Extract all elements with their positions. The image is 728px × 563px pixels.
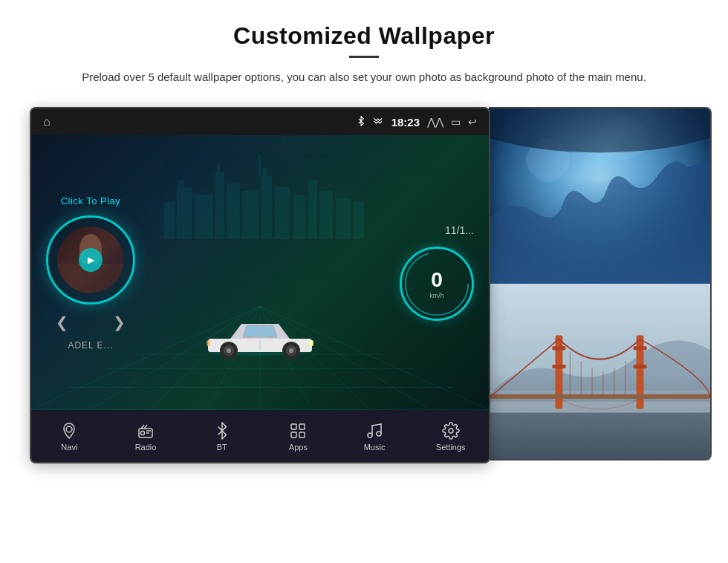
signal-icon xyxy=(374,116,384,128)
svg-rect-18 xyxy=(178,180,184,187)
svg-rect-70 xyxy=(634,346,647,350)
svg-point-46 xyxy=(406,253,469,316)
car-screen-wrapper: ⌂ 18:23 xyxy=(30,107,490,463)
svg-rect-57 xyxy=(299,432,305,437)
navi-label: Navi xyxy=(61,443,77,452)
window-icon: ▭ xyxy=(451,116,461,128)
title-section: Customized Wallpaper Preload over 5 defa… xyxy=(82,22,646,100)
apps-icon xyxy=(289,422,307,440)
svg-rect-71 xyxy=(634,365,647,368)
music-label: Music xyxy=(364,443,386,452)
svg-rect-55 xyxy=(299,424,305,429)
svg-rect-41 xyxy=(309,340,313,346)
svg-rect-29 xyxy=(319,191,333,239)
svg-rect-16 xyxy=(163,202,175,239)
page-title: Customized Wallpaper xyxy=(82,22,646,50)
next-button[interactable]: ❯ xyxy=(113,313,126,331)
music-player: Click To Play ▶ ❮ ❯ ADEL E... xyxy=(46,195,135,351)
status-bar: ⌂ 18:23 xyxy=(31,108,489,135)
click-to-play-label[interactable]: Click To Play xyxy=(61,195,121,206)
svg-point-47 xyxy=(66,426,72,432)
svg-rect-20 xyxy=(215,172,224,239)
svg-point-60 xyxy=(449,429,453,433)
bluetooth-icon xyxy=(356,116,366,128)
car-screen: ⌂ 18:23 xyxy=(31,108,489,462)
svg-point-37 xyxy=(227,348,231,353)
nav-item-settings[interactable]: Settings xyxy=(412,422,489,452)
svg-rect-24 xyxy=(261,176,272,239)
nav-item-apps[interactable]: Apps xyxy=(260,422,337,452)
title-divider xyxy=(349,56,379,58)
up-arrows-icon: ⋀⋀ xyxy=(427,116,443,128)
nav-bar: Navi Radio xyxy=(31,410,489,462)
car-image xyxy=(193,303,327,365)
home-icon[interactable]: ⌂ xyxy=(43,115,51,128)
svg-rect-28 xyxy=(308,180,317,239)
svg-rect-23 xyxy=(242,191,259,239)
artist-name: ADEL E... xyxy=(68,340,113,351)
svg-rect-42 xyxy=(207,340,210,346)
svg-rect-19 xyxy=(195,195,213,239)
play-button[interactable]: ▶ xyxy=(79,248,103,272)
nav-item-bt[interactable]: BT xyxy=(183,422,260,452)
right-info: 11/1... 0 km/h xyxy=(400,224,474,321)
svg-rect-54 xyxy=(291,424,296,429)
side-images xyxy=(489,107,712,461)
bluetooth-nav-icon xyxy=(213,422,231,440)
svg-rect-25 xyxy=(263,169,267,176)
svg-rect-45 xyxy=(267,336,273,337)
svg-rect-69 xyxy=(553,365,566,368)
svg-point-62 xyxy=(489,108,710,152)
status-time: 18:23 xyxy=(391,116,420,128)
skyline xyxy=(149,150,371,239)
screen-content: Click To Play ▶ ❮ ❯ ADEL E... xyxy=(31,135,489,410)
svg-point-40 xyxy=(289,348,293,353)
svg-rect-68 xyxy=(553,346,566,350)
radio-icon xyxy=(137,422,155,440)
prev-button[interactable]: ❮ xyxy=(56,313,68,331)
status-left: ⌂ xyxy=(43,115,51,128)
nav-arrows: ❮ ❯ xyxy=(56,313,126,331)
svg-rect-32 xyxy=(259,154,261,176)
golden-gate-image xyxy=(489,284,712,461)
radio-label: Radio xyxy=(135,443,157,452)
svg-point-59 xyxy=(377,432,381,436)
svg-rect-31 xyxy=(354,202,364,239)
back-icon: ↩ xyxy=(468,116,477,128)
nav-item-radio[interactable]: Radio xyxy=(108,422,184,452)
svg-rect-30 xyxy=(336,198,351,239)
svg-rect-72 xyxy=(489,394,709,399)
nav-item-navi[interactable]: Navi xyxy=(31,422,108,452)
svg-point-58 xyxy=(368,433,372,437)
content-row: ⌂ 18:23 xyxy=(30,107,698,463)
svg-rect-44 xyxy=(247,336,253,337)
golden-gate-bg xyxy=(489,284,710,459)
nav-item-music[interactable]: Music xyxy=(337,422,413,452)
svg-rect-22 xyxy=(227,183,240,239)
speed-ring: 0 km/h xyxy=(400,247,474,321)
location-icon xyxy=(60,422,78,440)
music-icon xyxy=(365,422,383,440)
settings-label: Settings xyxy=(436,443,466,452)
svg-rect-27 xyxy=(293,195,305,239)
page-container: Customized Wallpaper Preload over 5 defa… xyxy=(0,0,728,563)
ice-cave-bg xyxy=(489,108,710,284)
svg-rect-21 xyxy=(217,165,220,172)
svg-rect-26 xyxy=(275,187,290,239)
status-right: 18:23 ⋀⋀ ▭ ↩ xyxy=(356,116,477,128)
ice-cave-image xyxy=(489,107,712,284)
settings-icon xyxy=(442,422,460,440)
svg-rect-56 xyxy=(291,432,296,437)
date-display: 11/1... xyxy=(445,224,474,236)
album-ring[interactable]: ▶ xyxy=(46,215,135,305)
page-subtitle: Preload over 5 default wallpaper options… xyxy=(82,68,646,86)
apps-label: Apps xyxy=(289,443,308,452)
svg-point-49 xyxy=(141,432,145,435)
svg-rect-17 xyxy=(177,187,192,239)
bt-label: BT xyxy=(217,443,227,452)
